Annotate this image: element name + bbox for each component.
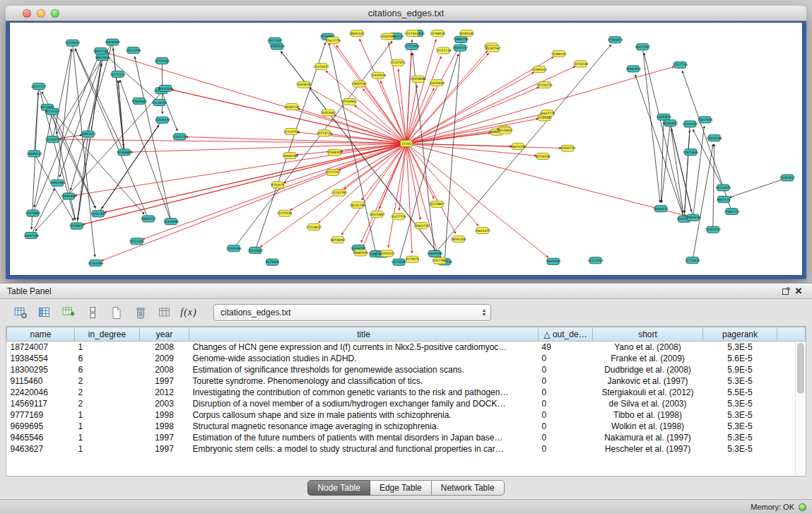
graph-node[interactable]: 9679896 bbox=[266, 259, 279, 265]
graph-node[interactable]: 12931241 bbox=[172, 134, 187, 140]
import-table-icon[interactable] bbox=[155, 304, 174, 321]
graph-node[interactable]: 12002980 bbox=[380, 33, 396, 40]
graph-node[interactable]: 25040187 bbox=[683, 121, 698, 127]
graph-node[interactable]: 11658340 bbox=[296, 81, 312, 88]
graph-node[interactable]: 24637398 bbox=[23, 233, 39, 239]
graph-node[interactable]: 11776625 bbox=[685, 257, 700, 264]
scrollbar-thumb[interactable] bbox=[797, 343, 804, 394]
graph-node[interactable]: 11089101 bbox=[551, 50, 567, 57]
minimize-window-button[interactable] bbox=[37, 9, 45, 18]
close-window-button[interactable] bbox=[23, 9, 31, 18]
table-row[interactable]: 1872400712008Changes of HCN gene express… bbox=[7, 341, 806, 354]
graph-node[interactable]: 23991911 bbox=[81, 131, 96, 137]
graph-node[interactable]: 15721400 bbox=[129, 238, 145, 245]
rows-icon[interactable] bbox=[83, 304, 102, 321]
graph-node[interactable]: 18325967 bbox=[370, 211, 385, 218]
graph-node[interactable]: 15309598 bbox=[163, 218, 179, 225]
graph-node[interactable]: 13937262 bbox=[351, 81, 367, 87]
graph-node[interactable]: 12737090 bbox=[154, 58, 170, 64]
graph-node[interactable]: 19239832 bbox=[498, 127, 513, 134]
column-header-out_degree[interactable]: △ out_de… bbox=[539, 327, 593, 341]
graph-node[interactable]: 22987720 bbox=[724, 209, 740, 215]
graph-node[interactable]: 18241599 bbox=[350, 201, 365, 208]
graph-node[interactable]: 12550902 bbox=[341, 98, 357, 105]
graph-node[interactable]: 25624599 bbox=[707, 135, 722, 141]
graph-node[interactable]: 12751900 bbox=[404, 43, 420, 49]
window-titlebar[interactable]: citations_edges.txt bbox=[6, 6, 806, 21]
graph-node[interactable]: 13229681 bbox=[392, 259, 407, 265]
column-header-title[interactable]: title bbox=[189, 327, 539, 341]
table-row[interactable]: 2242004622012Investigating the contribut… bbox=[7, 387, 806, 398]
graph-node[interactable]: 15264389 bbox=[88, 260, 103, 267]
graph-node[interactable]: 19281041 bbox=[459, 30, 474, 37]
float-panel-icon[interactable] bbox=[779, 286, 792, 297]
column-header-pagerank[interactable]: pagerank bbox=[703, 327, 777, 341]
graph-node[interactable]: 23232862 bbox=[247, 247, 263, 254]
graph-node[interactable]: 25450728 bbox=[560, 145, 575, 151]
graph-node[interactable]: 11113793 bbox=[588, 257, 604, 264]
graph-node[interactable]: 15477779 bbox=[391, 214, 406, 220]
graph-node[interactable]: 10899415 bbox=[27, 151, 42, 157]
graph-node[interactable]: 12229817 bbox=[429, 201, 445, 207]
graph-node[interactable]: 19943729 bbox=[413, 223, 429, 229]
graph-node[interactable]: 13798100 bbox=[430, 30, 445, 37]
graph-node[interactable]: 24082840 bbox=[625, 66, 641, 72]
graph-node[interactable]: 15130770 bbox=[45, 136, 61, 143]
graph-node[interactable]: 23809385 bbox=[546, 258, 561, 264]
table-mode-icon[interactable] bbox=[11, 304, 30, 321]
graph-node[interactable]: 25274261 bbox=[277, 210, 293, 216]
new-document-icon[interactable] bbox=[107, 304, 126, 321]
graph-node[interactable]: 9179475 bbox=[406, 256, 419, 262]
graph-node[interactable]: 18973440 bbox=[95, 54, 110, 60]
graph-node[interactable]: 23173033 bbox=[405, 30, 420, 37]
graph-node[interactable]: 20647778 bbox=[540, 110, 555, 117]
graph-node[interactable]: 21656468 bbox=[429, 80, 445, 86]
graph-node[interactable]: 23440876 bbox=[656, 114, 671, 120]
column-header-name[interactable]: name bbox=[7, 327, 75, 341]
tab-network-table[interactable]: Network Table bbox=[432, 480, 505, 496]
graph-node[interactable]: 17117130 bbox=[672, 62, 688, 68]
graph-node[interactable]: 15207139 bbox=[705, 226, 721, 233]
graph-node[interactable]: 23755181 bbox=[573, 61, 589, 67]
graph-node[interactable]: 20771510 bbox=[110, 71, 126, 77]
graph-node[interactable]: 20215357 bbox=[45, 108, 60, 115]
graph-node[interactable]: 19931189 bbox=[93, 48, 109, 54]
table-selector-combo[interactable]: citations_edges.txt ▲▼ bbox=[213, 304, 491, 321]
column-header-year[interactable]: year bbox=[140, 327, 189, 341]
graph-node[interactable]: 12241793 bbox=[331, 189, 347, 196]
graph-node[interactable]: 17899689 bbox=[131, 98, 147, 104]
graph-node[interactable]: 13979861 bbox=[25, 210, 41, 216]
graph-node[interactable]: 20458686 bbox=[411, 76, 426, 82]
graph-node[interactable]: 11214718 bbox=[283, 129, 299, 135]
graph-node[interactable]: 24143428 bbox=[715, 185, 731, 191]
graph-node[interactable]: 22645473 bbox=[475, 227, 490, 233]
graph-node[interactable]: 12099312 bbox=[531, 66, 547, 73]
table-row[interactable]: 1830029562008Estimation of significance … bbox=[7, 364, 806, 375]
graph-node[interactable]: 20800237 bbox=[141, 216, 156, 222]
graph-node[interactable]: 17911778 bbox=[325, 37, 341, 43]
table-row[interactable]: 1938455462009Genome-wide association stu… bbox=[7, 353, 806, 364]
graph-node[interactable]: 15717312 bbox=[325, 169, 341, 175]
graph-node[interactable]: 21437628 bbox=[370, 72, 386, 78]
graph-node[interactable]: 16537137 bbox=[31, 83, 47, 89]
graph-node[interactable]: 13980700 bbox=[453, 36, 469, 42]
tab-edge-table[interactable]: Edge Table bbox=[370, 480, 432, 496]
graph-node[interactable]: 24774223 bbox=[317, 130, 332, 136]
graph-node[interactable]: 14967484 bbox=[49, 180, 65, 186]
graph-node[interactable]: 10453462 bbox=[321, 110, 336, 116]
graph-node[interactable]: 20095685 bbox=[61, 193, 76, 199]
graph-node[interactable]: 13293321 bbox=[379, 250, 395, 257]
graph-node[interactable]: 20965638 bbox=[686, 214, 701, 221]
graph-node[interactable]: 15577987 bbox=[432, 257, 447, 264]
graph-node[interactable]: 14303147 bbox=[452, 45, 468, 51]
table-row[interactable]: 946362711997Embryonic stem cells: a mode… bbox=[7, 443, 806, 455]
table-row[interactable]: 1456911722003Disruption of a novel membe… bbox=[7, 398, 806, 409]
graph-node[interactable]: 22738657 bbox=[65, 40, 81, 46]
column-header-short[interactable]: short bbox=[593, 327, 703, 341]
table-scrollbar[interactable] bbox=[795, 341, 806, 476]
graph-node[interactable]: 16010169 bbox=[158, 85, 173, 91]
graph-node[interactable]: 9743075 bbox=[271, 182, 285, 188]
graph-node[interactable]: 20268882 bbox=[117, 149, 132, 156]
graph-node[interactable]: 15436435 bbox=[155, 117, 170, 123]
graph-node[interactable]: 17240 bbox=[401, 140, 413, 146]
